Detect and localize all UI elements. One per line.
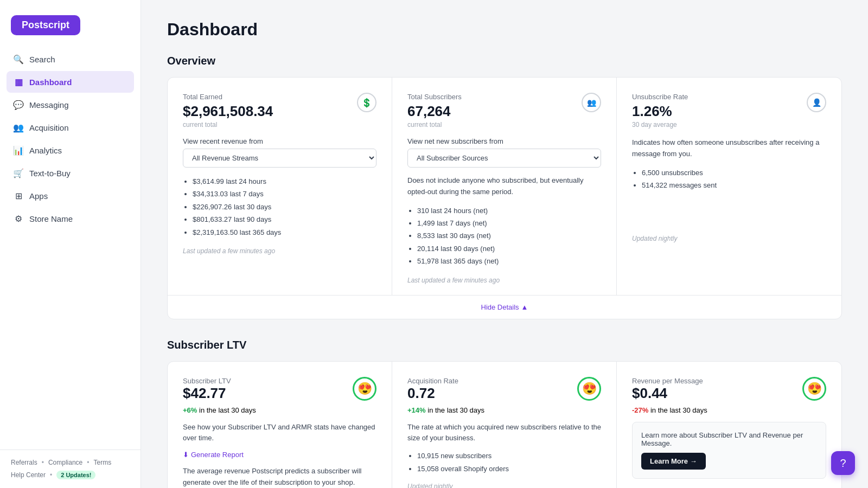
subscriber-ltv-card: Subscriber LTV $42.77 😍 +6% in the last … — [168, 362, 392, 488]
sidebar-item-label-search: Search — [29, 55, 55, 64]
unsubscribe-value: 1.26% — [632, 103, 826, 120]
sidebar: Postscript 🔍Search▦Dashboard💬Messaging👥A… — [0, 0, 141, 488]
nav-menu: 🔍Search▦Dashboard💬Messaging👥Acquisition📊… — [0, 48, 141, 450]
footer-bottom: Help Center • 2 Updates! — [11, 471, 130, 479]
apps-icon: ⊞ — [13, 190, 24, 201]
footer-links: Referrals • Compliance • Terms — [11, 459, 130, 466]
page-title: Dashboard — [167, 20, 842, 40]
overview-card-group: 💲 Total Earned $2,961,508.34 current tot… — [167, 77, 842, 319]
revenue-list: $3,614.99 last 24 hours $34,313.03 last … — [183, 175, 376, 239]
main-content: Dashboard Overview 💲 Total Earned $2,961… — [141, 0, 868, 488]
revenue-streams-select[interactable]: All Revenue Streams SMS Email — [183, 149, 376, 168]
logo-wrap: Postscript — [0, 11, 141, 48]
ltv-card-header-1: Subscriber LTV $42.77 😍 — [183, 377, 376, 404]
sidebar-item-label-apps: Apps — [29, 191, 48, 201]
subscriber-description: Does not include anyone who subscribed, … — [407, 175, 601, 198]
generate-report-link[interactable]: ⬇ Generate Report — [183, 451, 244, 459]
sidebar-item-apps[interactable]: ⊞Apps — [7, 185, 134, 207]
sidebar-item-dashboard[interactable]: ▦Dashboard — [7, 71, 134, 93]
ltv-change-1: +6% in the last 30 days — [183, 406, 376, 414]
total-subscribers-label: Total Subscribers — [407, 93, 601, 101]
search-icon: 🔍 — [13, 54, 24, 65]
compliance-link[interactable]: Compliance — [48, 459, 82, 466]
ltv-change-period-2: in the last 30 days — [427, 406, 484, 414]
acquisition-rate-card: Acquisition Rate 0.72 😍 +14% in the last… — [392, 362, 617, 488]
ltv-change-3: -27% in the last 30 days — [632, 406, 826, 414]
ltv-desc-1: See how your Subscriber LTV and ARMR sta… — [183, 422, 376, 445]
sidebar-item-label-store-name: Store Name — [29, 214, 73, 223]
ltv-change-2: +14% in the last 30 days — [407, 406, 601, 414]
ltv-change-period-1: in the last 30 days — [199, 406, 256, 414]
terms-link[interactable]: Terms — [93, 459, 111, 466]
overview-title: Overview — [167, 55, 842, 67]
total-subscribers-card: 👥 Total Subscribers 67,264 current total… — [392, 78, 617, 295]
unsubscribe-description: Indicates how often someone unsubscribes… — [632, 137, 826, 160]
ltv-card-header-3: Revenue per Message $0.44 😍 — [632, 377, 826, 404]
sidebar-item-text-to-buy[interactable]: 🛒Text-to-Buy — [7, 162, 134, 184]
ltv-change-pct-1: +6% — [183, 406, 197, 414]
unsubscribe-sub: 30 day average — [632, 121, 826, 129]
ltv-learn-box: Learn more about Subscriber LTV and Reve… — [632, 422, 826, 479]
updates-badge[interactable]: 2 Updates! — [56, 471, 95, 479]
ltv-card-header-2: Acquisition Rate 0.72 😍 — [407, 377, 601, 404]
total-subscribers-sub: current total — [407, 121, 601, 129]
subscriber-list: 310 last 24 hours (net) 1,499 last 7 day… — [407, 204, 601, 268]
help-center-link[interactable]: Help Center — [11, 471, 46, 479]
ltv-section: Subscriber LTV Subscriber LTV $42.77 😍 +… — [167, 339, 842, 488]
subscribers-updated: Last updated a few minutes ago — [407, 277, 601, 284]
revenue-filter-label: View recent revenue from — [183, 137, 376, 145]
sidebar-item-store-name[interactable]: ⚙Store Name — [7, 208, 134, 229]
ltv-value-3: $0.44 — [632, 385, 703, 402]
hide-details-bar[interactable]: Hide Details ▲ — [168, 295, 841, 319]
analytics-icon: 📊 — [13, 145, 24, 156]
ltv-change-period-3: in the last 30 days — [650, 406, 707, 414]
learn-more-button[interactable]: Learn More → — [641, 453, 706, 470]
overview-cards-grid: 💲 Total Earned $2,961,508.34 current tot… — [168, 78, 841, 295]
acquisition-updated: Updated nightly — [407, 483, 601, 488]
learn-box-text: Learn more about Subscriber LTV and Reve… — [641, 431, 817, 447]
sidebar-item-analytics[interactable]: 📊Analytics — [7, 139, 134, 161]
sidebar-footer: Referrals • Compliance • Terms Help Cent… — [0, 450, 141, 488]
ltv-value-1: $42.77 — [183, 385, 231, 402]
text-to-buy-icon: 🛒 — [13, 168, 24, 178]
store-name-icon: ⚙ — [13, 213, 24, 224]
unsubscribe-updated: Updated nightly — [632, 235, 826, 242]
unsubscribe-icon: 👤 — [807, 93, 826, 112]
subscriber-sources-select[interactable]: All Subscriber Sources Popup Checkout — [407, 149, 601, 168]
overview-section: Overview 💲 Total Earned $2,961,508.34 cu… — [167, 55, 842, 319]
chevron-up-icon: ▲ — [521, 303, 528, 311]
ltv-emoji-3: 😍 — [802, 377, 826, 401]
messaging-icon: 💬 — [13, 99, 24, 110]
ltv-value-2: 0.72 — [407, 385, 458, 402]
subscribers-icon: 👥 — [582, 93, 601, 112]
download-icon: ⬇ — [183, 451, 189, 459]
ltv-change-pct-3: -27% — [632, 406, 648, 414]
total-subscribers-value: 67,264 — [407, 103, 601, 120]
revenue-per-message-card: Revenue per Message $0.44 😍 -27% in the … — [617, 362, 841, 488]
sidebar-item-messaging[interactable]: 💬Messaging — [7, 94, 134, 115]
ltv-emoji-2: 😍 — [577, 377, 601, 401]
total-earned-value: $2,961,508.34 — [183, 103, 376, 120]
sidebar-item-label-text-to-buy: Text-to-Buy — [29, 169, 71, 178]
ltv-desc-2: The rate at which you acquired new subsc… — [407, 422, 601, 445]
referrals-link[interactable]: Referrals — [11, 459, 37, 466]
rpm-description: The average revenue a message generated … — [632, 486, 826, 488]
question-icon: ? — [840, 457, 846, 470]
help-fab-button[interactable]: ? — [831, 451, 855, 475]
logo-button[interactable]: Postscript — [11, 15, 80, 35]
sidebar-item-label-analytics: Analytics — [29, 146, 62, 155]
sidebar-item-acquisition[interactable]: 👥Acquisition — [7, 117, 134, 138]
total-earned-card: 💲 Total Earned $2,961,508.34 current tot… — [168, 78, 392, 295]
dollar-icon: 💲 — [357, 93, 376, 112]
ltv-change-pct-2: +14% — [407, 406, 426, 414]
ltv-cards-grid: Subscriber LTV $42.77 😍 +6% in the last … — [167, 361, 842, 488]
sidebar-item-label-messaging: Messaging — [29, 100, 69, 110]
ltv-desc-1b: The average revenue Postscript predicts … — [183, 466, 376, 488]
revenue-updated: Last updated a few minutes ago — [183, 247, 376, 255]
subscriber-filter-label: View net new subscribers from — [407, 137, 601, 145]
ltv-card-label-3: Revenue per Message — [632, 377, 703, 385]
total-earned-sub: current total — [183, 121, 376, 129]
hide-details-label: Hide Details — [481, 303, 519, 311]
sidebar-item-search[interactable]: 🔍Search — [7, 48, 134, 70]
unsubscribe-label: Unsubscribe Rate — [632, 93, 826, 101]
